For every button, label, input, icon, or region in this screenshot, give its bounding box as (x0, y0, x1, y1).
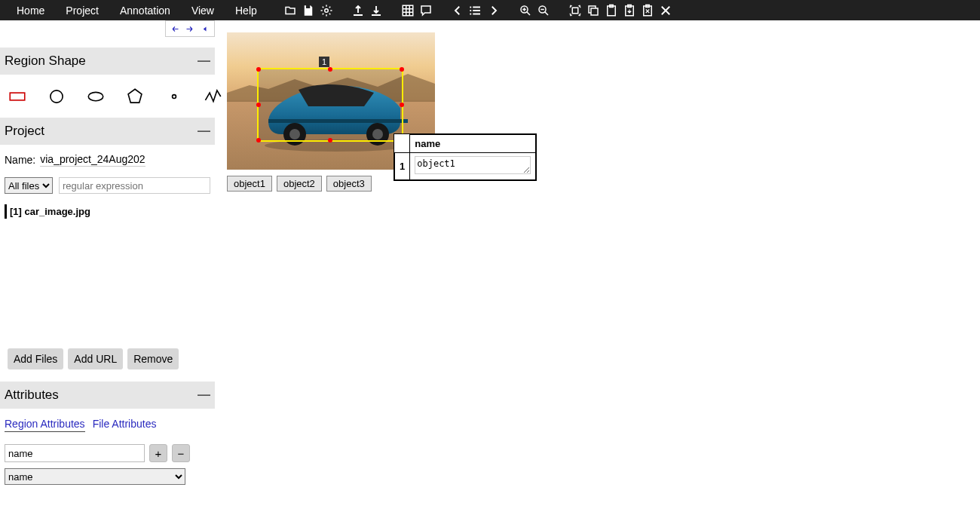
svg-point-16 (88, 92, 103, 100)
menu-help[interactable]: Help (225, 5, 268, 17)
collapse-icon: — (198, 124, 210, 139)
popup-value-textarea[interactable]: object1 (415, 156, 531, 174)
project-panel-body: Name: All files [1] car_image.jpg Add Fi… (0, 145, 215, 382)
popup-row-number: 1 (395, 153, 410, 180)
menu-view[interactable]: View (181, 5, 225, 17)
svg-point-1 (470, 6, 471, 8)
paste-regions-icon[interactable] (620, 2, 639, 20)
shape-rectangle[interactable] (8, 87, 27, 109)
shape-ellipse[interactable] (86, 87, 106, 109)
delete-regions-icon[interactable] (639, 2, 657, 20)
next-arrow-icon[interactable] (185, 23, 194, 35)
menu-annotation[interactable]: Annotation (109, 5, 181, 17)
attributes-panel-header[interactable]: Attributes — (0, 382, 215, 409)
prev-arrow-icon[interactable] (170, 23, 179, 35)
shape-circle[interactable] (47, 87, 66, 109)
svg-point-2 (470, 9, 471, 11)
zoom-in-icon[interactable] (516, 2, 534, 20)
left-sidebar: Region Shape — Project — Name: All files (0, 20, 215, 515)
region-shape-header[interactable]: Region Shape — (0, 48, 215, 75)
region-attribute-popup[interactable]: name 1 object1 (394, 133, 537, 181)
project-title: Project (5, 124, 44, 139)
project-panel-header[interactable]: Project — (0, 118, 215, 145)
paste-icon[interactable] (602, 2, 620, 20)
svg-rect-6 (572, 8, 578, 14)
delete-icon[interactable] (657, 2, 675, 20)
image-list-icon[interactable] (467, 2, 485, 20)
add-url-button[interactable]: Add URL (68, 348, 123, 369)
save-project-icon[interactable] (299, 2, 317, 20)
prev-image-icon[interactable] (449, 2, 467, 20)
add-files-button[interactable]: Add Files (8, 348, 63, 369)
file-list: [1] car_image.jpg (5, 200, 210, 223)
tab-region-attributes[interactable]: Region Attributes (5, 418, 85, 432)
next-image-icon[interactable] (485, 2, 503, 20)
region-label: 1 (319, 57, 329, 67)
popup-header-name: name (410, 135, 536, 153)
remove-attribute-button[interactable]: − (172, 444, 190, 462)
region-shape-title: Region Shape (5, 54, 86, 69)
export-icon[interactable] (367, 2, 385, 20)
top-toolbar: Home Project Annotation View Help (0, 0, 980, 20)
remove-file-button[interactable]: Remove (127, 348, 179, 369)
sidebar-nav-mini (165, 20, 215, 37)
annotation-editor-icon[interactable] (417, 2, 435, 20)
svg-point-3 (470, 13, 471, 14)
menu-project[interactable]: Project (55, 5, 109, 17)
object-button[interactable]: object1 (227, 176, 272, 192)
svg-rect-7 (591, 8, 598, 15)
file-filter-select[interactable]: All files (5, 177, 53, 194)
object-button-row: object1 object2 object3 (227, 176, 968, 192)
svg-point-17 (173, 95, 176, 99)
attributes-title: Attributes (5, 388, 59, 403)
add-attribute-button[interactable]: + (149, 444, 167, 462)
open-project-icon[interactable] (281, 2, 299, 20)
svg-point-15 (51, 90, 63, 103)
project-name-input[interactable] (40, 152, 145, 167)
region-shape-body (0, 75, 215, 118)
shape-point[interactable] (164, 87, 184, 109)
tab-file-attributes[interactable]: File Attributes (93, 418, 157, 432)
project-name-label: Name: (5, 154, 35, 166)
collapse-icon: — (198, 54, 210, 69)
collapse-arrow-icon[interactable] (201, 23, 210, 35)
file-regex-input[interactable] (59, 177, 210, 194)
attributes-panel-body: Region Attributes File Attributes + − na… (0, 409, 215, 494)
menu-home[interactable]: Home (6, 5, 55, 17)
file-list-item[interactable]: [1] car_image.jpg (5, 204, 210, 219)
canvas-area: 1 object1 object2 object3 name (215, 20, 980, 515)
attribute-select[interactable]: name (5, 468, 185, 485)
grid-view-icon[interactable] (399, 2, 417, 20)
region-bounding-box[interactable]: 1 (257, 68, 403, 142)
copy-icon[interactable] (584, 2, 602, 20)
svg-rect-14 (10, 93, 25, 100)
object-button[interactable]: object3 (326, 176, 372, 192)
import-icon[interactable] (349, 2, 367, 20)
shape-polygon[interactable] (125, 87, 145, 109)
zoom-out-icon[interactable] (534, 2, 553, 20)
collapse-icon: — (198, 388, 210, 403)
select-all-icon[interactable] (566, 2, 584, 20)
svg-point-0 (325, 8, 329, 12)
attribute-name-input[interactable] (5, 444, 145, 462)
settings-icon[interactable] (317, 2, 335, 20)
object-button[interactable]: object2 (277, 176, 322, 192)
